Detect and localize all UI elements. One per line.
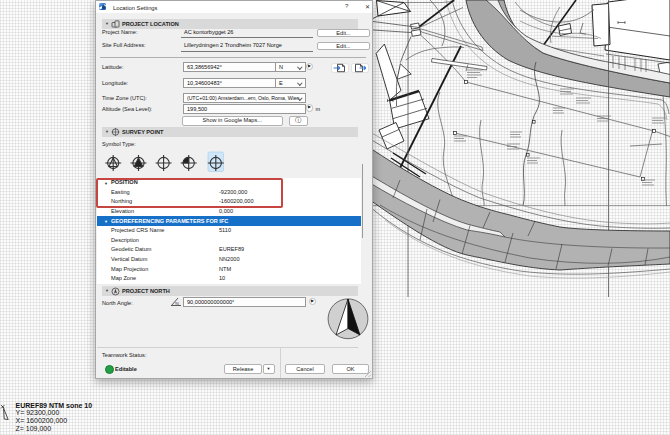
- svg-text:90: 90: [175, 302, 179, 306]
